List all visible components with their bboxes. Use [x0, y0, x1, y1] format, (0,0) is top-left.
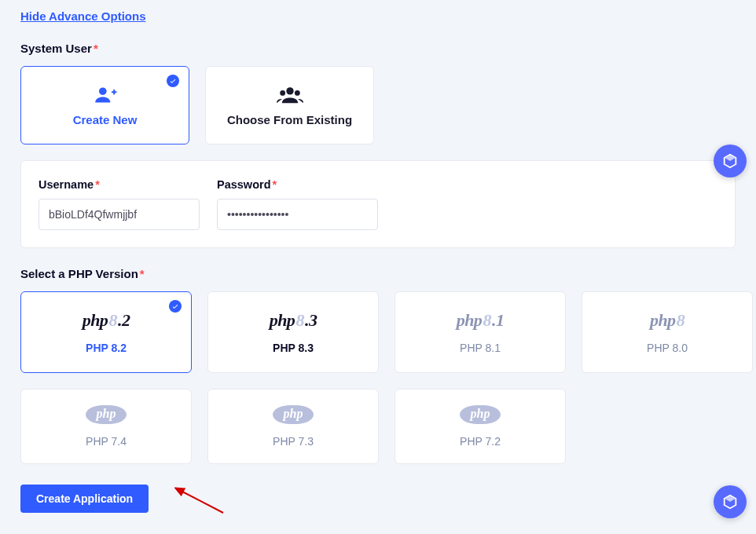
- users-group-icon: [277, 85, 303, 105]
- option-choose-existing[interactable]: Choose From Existing: [205, 66, 374, 144]
- create-new-label: Create New: [73, 113, 138, 126]
- annotation-arrow-icon: [174, 486, 229, 518]
- php-pill-icon: php: [460, 405, 501, 424]
- password-label: Password*: [217, 178, 378, 191]
- help-fab-bottom[interactable]: [714, 485, 747, 518]
- required-asterisk: *: [94, 42, 98, 55]
- php-option-label: PHP 7.3: [273, 435, 314, 448]
- system-user-options: Create New Choose From Existing: [20, 66, 736, 144]
- username-input[interactable]: [39, 199, 200, 230]
- php-option-8-0[interactable]: php8 PHP 8.0: [582, 291, 753, 373]
- php-option-8-2[interactable]: php8.2 PHP 8.2: [20, 291, 192, 373]
- php-option-label: PHP 8.1: [460, 342, 501, 354]
- svg-point-3: [286, 87, 293, 94]
- php-logo-icon: php8: [650, 310, 684, 331]
- php-logo-icon: php8.2: [83, 310, 130, 331]
- hide-advance-link[interactable]: Hide Advance Options: [20, 9, 145, 23]
- svg-point-5: [294, 90, 299, 96]
- credentials-panel: Username* Password*: [20, 160, 736, 248]
- option-create-new[interactable]: Create New: [20, 66, 189, 144]
- php-option-label: PHP 7.2: [460, 435, 501, 448]
- php-option-7-2[interactable]: php PHP 7.2: [395, 389, 566, 464]
- selected-check-icon: [167, 75, 179, 87]
- php-version-label: Select a PHP Version*: [20, 267, 736, 280]
- php-version-grid: php8.2 PHP 8.2 php8.3 PHP 8.3 php8.1 PHP…: [20, 291, 736, 464]
- cube-icon: [721, 152, 739, 170]
- php-option-8-3[interactable]: php8.3 PHP 8.3: [207, 291, 379, 373]
- user-plus-icon: [93, 85, 118, 105]
- create-application-button[interactable]: Create Application: [20, 485, 149, 513]
- help-fab-top[interactable]: [714, 144, 747, 177]
- php-option-label: PHP 8.2: [86, 342, 127, 354]
- php-option-label: PHP 8.0: [647, 342, 688, 354]
- php-logo-icon: php8.1: [457, 310, 505, 331]
- svg-point-0: [99, 87, 107, 95]
- selected-check-icon: [169, 300, 182, 313]
- php-option-8-1[interactable]: php8.1 PHP 8.1: [395, 291, 566, 373]
- cube-icon: [721, 493, 739, 510]
- username-label: Username*: [39, 178, 200, 191]
- system-user-label: System User*: [20, 42, 736, 55]
- php-option-label: PHP 7.4: [86, 435, 127, 448]
- svg-rect-2: [113, 90, 115, 94]
- php-logo-icon: php8.3: [270, 310, 317, 331]
- password-input[interactable]: [217, 199, 378, 230]
- svg-line-6: [181, 491, 223, 513]
- svg-point-4: [280, 90, 285, 96]
- php-option-label: PHP 8.3: [273, 342, 314, 354]
- php-option-7-3[interactable]: php PHP 7.3: [207, 389, 379, 464]
- php-option-7-4[interactable]: php PHP 7.4: [20, 389, 192, 464]
- php-pill-icon: php: [86, 405, 127, 424]
- php-pill-icon: php: [273, 405, 314, 424]
- choose-existing-label: Choose From Existing: [227, 113, 352, 126]
